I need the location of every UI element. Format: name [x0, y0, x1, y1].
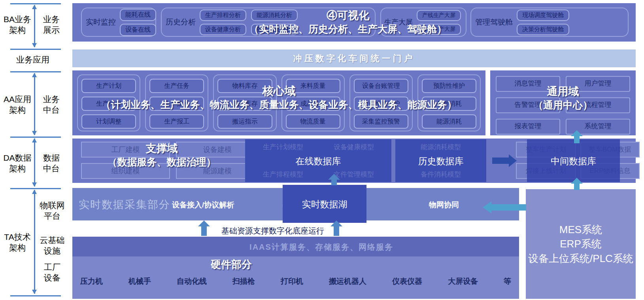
rail-sublabel-business-middle: 业务 中台 [39, 94, 64, 116]
up-arrow-icon [574, 136, 580, 143]
rail-divider [10, 49, 61, 50]
core-item: 设备维修维护 [354, 97, 408, 111]
core-column-plan: 生产计划 生产排程 计划调整 [77, 74, 140, 131]
up-arrow-icon [334, 226, 339, 236]
up-arrow-icon [201, 226, 207, 236]
rail-arrow-da [34, 139, 35, 186]
viz-item: 设备在线 [120, 24, 156, 36]
rail-arrow-ta [34, 190, 35, 294]
viz-item: 生产排程分析 [200, 9, 246, 21]
up-arrow-icon [331, 180, 337, 185]
viz-group-history-analysis: 历史分析 生产排程分析 能源消耗分析 设备健康分析 备件消耗分析 [161, 8, 376, 37]
realtime-data-lake-label: 实时数据湖 [283, 198, 366, 211]
external-systems-box: MES系统 ERP系统 设备上位系统/PLC系统 [526, 189, 636, 299]
rail-sublabel-factory-equipment: 工厂 设备 [39, 262, 66, 283]
realtime-data-lake-box: 实时数据湖 [283, 185, 366, 223]
rail-divider [10, 137, 61, 138]
ghost-model-energy-consumption: 能源消耗模型 [403, 142, 478, 152]
viz-item: 车间生产大屏 [417, 24, 461, 35]
hardware-item: 等 [504, 276, 511, 287]
db-flow-arrow-icon [492, 158, 509, 164]
iaas-services-label: IAAS计算服务、存储服务、网络服务 [203, 242, 440, 253]
data-collection-label: 实时数据采集部分 [79, 197, 170, 212]
online-database-box: 生产计划模型 生产排程模型 设备健康模型 文件管理模型 在线数据库 [245, 139, 391, 182]
hardware-item: 扫描枪 [232, 276, 255, 287]
core-column-quality: 来料质量 成品质量 物流质量 [281, 74, 345, 131]
rail-label-aa: AA应用 架构 [2, 94, 33, 116]
core-item: 备件消耗 [422, 97, 476, 111]
common-item: 告警管理 [496, 97, 560, 113]
data-collection-bar: 实时数据采集部分 设备接入/协议解析 物模型引擎 实时数据湖 物网协同 [72, 188, 519, 220]
middle-database-label: 中间数据库 [527, 155, 620, 167]
viz-item: 设备健康分析 [200, 24, 246, 35]
hardware-item: 机械手 [128, 276, 151, 287]
hardware-item: 大屏设备 [448, 276, 478, 287]
rail-arrow-ba [34, 5, 35, 47]
model-box-factory: 工厂建模 [81, 142, 170, 158]
core-item: 物流质量 [286, 114, 340, 129]
core-item: 生产任务 [149, 79, 204, 93]
device-access-label: 设备接入/协议解析 [172, 200, 234, 210]
core-item: 能源消耗 [422, 114, 476, 129]
core-item: 生产指示 [149, 97, 204, 111]
rail-divider [10, 3, 61, 4]
core-item: 物料库存 [217, 79, 272, 93]
core-item: 成品质量 [286, 97, 340, 111]
core-item: 来料质量 [286, 79, 340, 93]
hardware-item: 压力机 [80, 276, 103, 287]
ghost-model-equipment-health: 设备健康模型 [321, 142, 387, 152]
viz-group-realtime-monitor: 实时监控 能耗在线 设备在线 [81, 8, 156, 37]
rail-arrow-aa [34, 73, 35, 135]
hardware-item: 仪表仪器 [392, 276, 422, 287]
core-item: 生产排程 [81, 97, 136, 111]
common-item: 用户管理 [566, 76, 630, 92]
support-domain-panel: 工厂建模 组织建模 设备建模 能源建模 生产计划模型 生产排程模型 设备健康模型… [72, 139, 636, 183]
core-item: 采集监控预警 [354, 114, 408, 129]
viz-item: 决策分析驾驶舱 [517, 24, 569, 35]
hardware-items-row: 压力机 机械手 自动化线 扫描枪 打印机 搬运机器人 仪表仪器 大屏设备 等 [80, 276, 511, 287]
core-item: 成品库存 [217, 97, 272, 111]
rail-sublabel-iot-platform: 物联网 平台 [37, 200, 67, 222]
left-arrow-icon [491, 204, 526, 211]
core-column-equipment: 设备台账管理 设备维修维护 采集监控预警 [349, 74, 413, 131]
online-database-label: 在线数据库 [245, 155, 391, 167]
viz-group-label: 生产大屏 [384, 17, 413, 27]
viz-group-label: 实时监控 [86, 17, 116, 27]
rail-sublabel-data-middle: 数据 中台 [39, 153, 64, 174]
architecture-diagram: BA业务 架构 业务 展示 业务应用 AA应用 架构 业务 中台 DA数据 架构… [0, 0, 644, 300]
rail-divider [10, 71, 61, 72]
viz-item: 产线生产大屏 [417, 10, 461, 21]
core-column-logistics: 物料库存 成品库存 搬运指示 [213, 74, 276, 131]
ghost-model-production-plan: 生产计划模型 [250, 142, 316, 152]
core-item: 预防性维护 [422, 79, 476, 93]
viz-group-label: 管理驾驶舱 [475, 17, 513, 27]
history-database-box: 能源消耗模型 备件消耗模型 历史数据库 [395, 139, 486, 182]
rail-sublabel-business-display: 业务 展示 [39, 14, 64, 36]
infrastructure-panel: IAAS计算服务、存储服务、网络服务 压力机 机械手 自动化线 扫描枪 打印机 … [72, 237, 519, 299]
rail-sublabel-cloud-infra: 云基础 设施 [37, 235, 67, 256]
core-item: 生产计划 [81, 79, 136, 93]
core-item: 生产报工 [149, 114, 204, 129]
history-database-label: 历史数据库 [395, 155, 486, 167]
core-column-maintenance-energy: 预防性维护 备件消耗 能源消耗 [417, 74, 481, 131]
rail-label-da: DA数据 架构 [1, 153, 34, 174]
core-item: 搬运指示 [217, 114, 272, 129]
core-column-production: 生产任务 生产指示 生产报工 [145, 74, 208, 131]
core-item: 设备台账管理 [354, 79, 408, 93]
ghost-model-production-schedule: 生产排程模型 [250, 170, 316, 179]
up-arrow-icon [574, 184, 580, 190]
core-item: 计划调整 [81, 114, 136, 129]
viz-item: 现场调度驾驶舱 [517, 9, 569, 21]
viz-group-label: 历史分析 [166, 17, 196, 27]
common-item: 流程管理 [566, 97, 630, 113]
viz-item: 能源消耗分析 [251, 9, 298, 21]
common-item: 消息管理 [496, 76, 560, 92]
hardware-item: 自动化线 [177, 276, 207, 287]
rail-divider [10, 295, 61, 296]
model-box-organization: 组织建模 [81, 163, 170, 179]
foundation-caption: 基础资源支撑数字化底座运行 [215, 226, 330, 236]
viz-group-management-cockpit: 管理驾驶舱 现场调度驾驶舱 决策分析驾驶舱 [470, 8, 629, 37]
viz-item: 备件消耗分析 [251, 24, 298, 35]
ghost-model-spare-consumption: 备件消耗模型 [403, 170, 478, 179]
common-domain-panel: 消息管理 用户管理 告警管理 流程管理 报表管理 系统管理 [490, 70, 636, 135]
